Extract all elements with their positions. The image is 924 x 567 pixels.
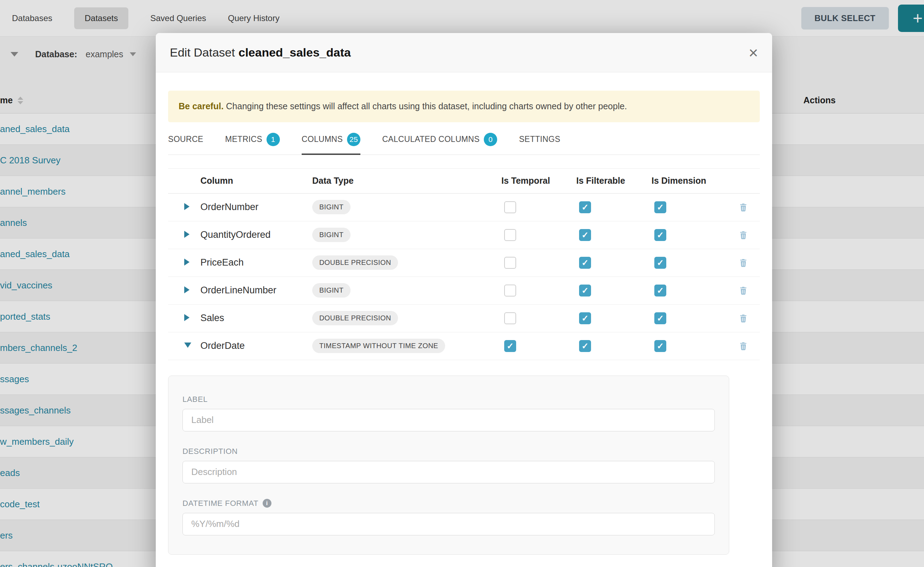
column-row: Sales DOUBLE PRECISION <box>168 304 760 332</box>
trash-icon <box>738 286 748 296</box>
warning-banner: Be careful. Changing these settings will… <box>168 91 760 122</box>
is-temporal-checkbox[interactable] <box>504 201 516 213</box>
is-dimension-checkbox[interactable] <box>654 257 666 269</box>
expand-caret-icon[interactable] <box>184 342 191 348</box>
column-name: Sales <box>200 313 312 324</box>
data-type-pill: BIGINT <box>312 200 351 214</box>
column-detail-panel: LABEL DESCRIPTION DATETIME FORMAT <box>168 375 729 555</box>
modal-title: Edit Datasetcleaned_sales_data <box>170 46 351 59</box>
trash-icon <box>738 230 748 240</box>
header-is-filterable: Is Filterable <box>576 176 652 186</box>
edit-dataset-modal: Edit Datasetcleaned_sales_data × Be care… <box>156 33 772 567</box>
data-type-pill: BIGINT <box>312 228 351 242</box>
tab-metrics[interactable]: METRICS1 <box>225 133 280 154</box>
data-type-pill: TIMESTAMP WITHOUT TIME ZONE <box>312 339 445 353</box>
trash-icon <box>738 341 748 351</box>
label-field-label: LABEL <box>182 395 715 404</box>
label-input[interactable] <box>182 409 715 431</box>
description-input[interactable] <box>182 461 715 483</box>
is-filterable-checkbox[interactable] <box>579 257 591 269</box>
trash-icon <box>738 314 748 323</box>
delete-column-button[interactable] <box>727 314 760 323</box>
column-row: QuantityOrdered BIGINT <box>168 221 760 249</box>
is-temporal-checkbox[interactable] <box>504 257 516 269</box>
column-name: PriceEach <box>200 257 312 268</box>
is-dimension-checkbox[interactable] <box>654 201 666 213</box>
tab-count-badge: 25 <box>347 133 360 146</box>
data-type-pill: BIGINT <box>312 283 351 297</box>
tab-settings[interactable]: SETTINGS <box>519 133 560 154</box>
expand-caret-icon[interactable] <box>184 286 190 293</box>
is-temporal-checkbox[interactable] <box>504 285 516 297</box>
expand-caret-icon[interactable] <box>184 258 190 266</box>
is-filterable-checkbox[interactable] <box>579 285 591 297</box>
is-filterable-checkbox[interactable] <box>579 312 591 324</box>
columns-table: Column Data Type Is Temporal Is Filterab… <box>168 168 760 360</box>
is-temporal-checkbox[interactable] <box>504 312 516 324</box>
modal-tabs: SOURCE METRICS1 COLUMNS25 CALCULATED COL… <box>168 133 760 155</box>
tab-count-badge: 1 <box>266 133 280 146</box>
is-temporal-checkbox[interactable] <box>504 229 516 241</box>
is-temporal-checkbox[interactable] <box>504 340 516 352</box>
data-type-pill: DOUBLE PRECISION <box>312 311 398 325</box>
is-filterable-checkbox[interactable] <box>579 229 591 241</box>
dataset-name: cleaned_sales_data <box>238 46 351 59</box>
is-dimension-checkbox[interactable] <box>654 285 666 297</box>
column-name: OrderLineNumber <box>200 285 312 296</box>
expand-caret-icon[interactable] <box>184 203 190 210</box>
header-is-dimension: Is Dimension <box>652 176 727 186</box>
datetime-format-field-group: DATETIME FORMAT <box>182 499 715 536</box>
close-icon[interactable]: × <box>749 45 758 61</box>
column-row: PriceEach DOUBLE PRECISION <box>168 249 760 277</box>
warning-bold-text: Be careful. <box>179 101 224 111</box>
data-type-pill: DOUBLE PRECISION <box>312 255 398 270</box>
expand-caret-icon[interactable] <box>184 231 190 238</box>
tab-calculated-columns[interactable]: CALCULATED COLUMNS0 <box>382 133 497 154</box>
tab-count-badge: 0 <box>484 133 497 146</box>
column-row: OrderNumber BIGINT <box>168 194 760 221</box>
header-is-temporal: Is Temporal <box>501 176 576 186</box>
modal-header: Edit Datasetcleaned_sales_data × <box>156 33 772 72</box>
description-field-group: DESCRIPTION <box>182 447 715 483</box>
modal-body: Be careful. Changing these settings will… <box>156 72 772 555</box>
description-field-label: DESCRIPTION <box>182 447 715 456</box>
is-filterable-checkbox[interactable] <box>579 340 591 352</box>
delete-column-button[interactable] <box>727 286 760 296</box>
columns-table-body: OrderNumber BIGINT QuantityOrdered BIGIN… <box>168 194 760 360</box>
column-name: OrderNumber <box>200 202 312 213</box>
header-column: Column <box>200 176 312 186</box>
column-name: OrderDate <box>200 340 312 351</box>
expand-caret-icon[interactable] <box>184 314 190 321</box>
datetime-format-field-label: DATETIME FORMAT <box>182 499 715 508</box>
header-data-type: Data Type <box>312 176 501 186</box>
delete-column-button[interactable] <box>727 341 760 351</box>
delete-column-button[interactable] <box>727 258 760 268</box>
tab-columns[interactable]: COLUMNS25 <box>302 133 360 154</box>
column-name: QuantityOrdered <box>200 230 312 240</box>
info-icon[interactable] <box>263 499 271 508</box>
datetime-format-input[interactable] <box>182 513 715 536</box>
label-field-group: LABEL <box>182 395 715 431</box>
warning-text: Changing these settings will affect all … <box>224 101 627 111</box>
column-row: OrderDate TIMESTAMP WITHOUT TIME ZONE <box>168 332 760 360</box>
is-dimension-checkbox[interactable] <box>654 340 666 352</box>
is-filterable-checkbox[interactable] <box>579 201 591 213</box>
is-dimension-checkbox[interactable] <box>654 312 666 324</box>
column-row: OrderLineNumber BIGINT <box>168 277 760 304</box>
delete-column-button[interactable] <box>727 202 760 212</box>
delete-column-button[interactable] <box>727 230 760 240</box>
trash-icon <box>738 202 748 212</box>
trash-icon <box>738 258 748 268</box>
is-dimension-checkbox[interactable] <box>654 229 666 241</box>
tab-source[interactable]: SOURCE <box>168 133 203 154</box>
columns-table-header: Column Data Type Is Temporal Is Filterab… <box>168 169 760 194</box>
